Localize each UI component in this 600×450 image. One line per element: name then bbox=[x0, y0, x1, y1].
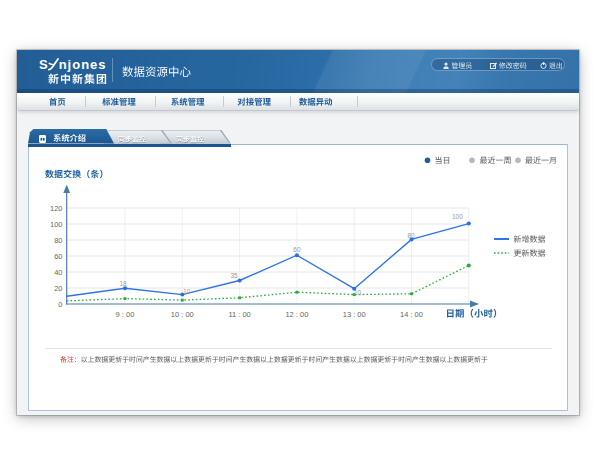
svg-text:60: 60 bbox=[54, 252, 62, 261]
svg-text:60: 60 bbox=[293, 246, 301, 253]
svg-text:10: 10 bbox=[354, 289, 362, 296]
svg-text:80: 80 bbox=[54, 236, 62, 245]
svg-text:14 : 00: 14 : 00 bbox=[400, 310, 423, 319]
svg-text:13 : 00: 13 : 00 bbox=[343, 310, 366, 319]
svg-text:12 : 00: 12 : 00 bbox=[285, 310, 308, 319]
svg-text:35: 35 bbox=[230, 272, 238, 279]
svg-text:120: 120 bbox=[50, 204, 63, 213]
svg-text:20: 20 bbox=[54, 284, 62, 293]
svg-text:0: 0 bbox=[58, 300, 62, 309]
svg-text:100: 100 bbox=[452, 213, 463, 220]
svg-text:40: 40 bbox=[54, 268, 62, 277]
svg-text:9 : 00: 9 : 00 bbox=[116, 310, 135, 319]
svg-text:11 : 00: 11 : 00 bbox=[228, 310, 250, 319]
svg-text:100: 100 bbox=[50, 220, 63, 229]
svg-text:80: 80 bbox=[407, 232, 415, 239]
svg-text:18: 18 bbox=[119, 280, 127, 287]
svg-text:10: 10 bbox=[183, 288, 191, 295]
svg-text:10 : 00: 10 : 00 bbox=[171, 310, 194, 319]
